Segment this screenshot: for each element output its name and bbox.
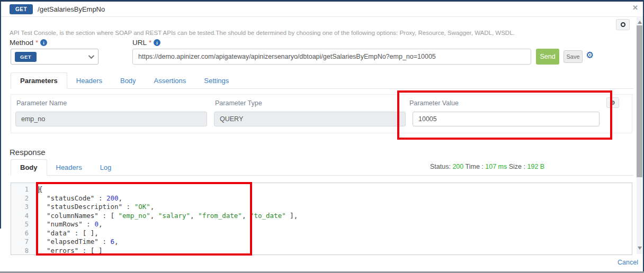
line-number: 5 bbox=[11, 220, 29, 229]
api-test-console-modal: GET /getSalariesByEmpNo ✕ API Test Conso… bbox=[0, 0, 644, 273]
time-value: 107 ms bbox=[485, 163, 507, 170]
tab-settings[interactable]: Settings bbox=[195, 73, 238, 88]
code-line: "data" : [ ], bbox=[39, 229, 632, 238]
gear-icon: ⚙ bbox=[610, 99, 615, 106]
save-button[interactable]: Save bbox=[564, 50, 583, 63]
response-json-code: { "statusCode" : 200, "statusDescription… bbox=[36, 183, 632, 254]
code-line: "errors" : [ ] bbox=[39, 247, 632, 256]
chevron-down-icon bbox=[88, 53, 94, 59]
code-line: { bbox=[39, 185, 632, 194]
code-line: "columnNames" : [ "emp_no", "salary", "f… bbox=[39, 212, 632, 221]
titlebar: GET /getSalariesByEmpNo bbox=[1, 2, 643, 17]
code-line: "numRows" : 0, bbox=[39, 220, 632, 229]
line-number: 4 bbox=[11, 212, 29, 221]
response-heading: Response bbox=[10, 148, 46, 157]
tab-response-log[interactable]: Log bbox=[91, 160, 121, 175]
line-number-gutter: 12345678 bbox=[11, 183, 36, 254]
scrollbar-down-arrow-icon[interactable] bbox=[638, 247, 642, 250]
gear-icon[interactable]: ⚙ bbox=[586, 51, 594, 60]
url-label: URL * i bbox=[132, 39, 160, 47]
method-badge: GET bbox=[10, 4, 33, 14]
parameters-panel: Parameter Name Parameter Type Parameter … bbox=[11, 94, 632, 133]
console-options-button[interactable] bbox=[616, 19, 630, 30]
line-number: 1 bbox=[11, 185, 29, 194]
send-button[interactable]: Send bbox=[536, 49, 559, 65]
tab-body[interactable]: Body bbox=[111, 73, 145, 88]
close-icon[interactable]: ✕ bbox=[632, 4, 638, 12]
line-number: 8 bbox=[11, 247, 29, 256]
method-select[interactable]: GET bbox=[11, 49, 99, 65]
status-value: 200 bbox=[452, 163, 463, 170]
size-label: Size : bbox=[509, 163, 525, 170]
parameter-options-button[interactable]: ⚙ bbox=[606, 97, 619, 108]
method-label: Method * i bbox=[10, 39, 47, 47]
parameter-value-input[interactable] bbox=[413, 112, 600, 126]
status-label: Status: bbox=[430, 163, 451, 170]
tab-headers[interactable]: Headers bbox=[67, 73, 111, 88]
console-description: API Test Console, is the section where S… bbox=[10, 30, 515, 36]
code-line: "statusCode" : 200, bbox=[39, 194, 632, 203]
tab-response-body[interactable]: Body bbox=[11, 159, 47, 176]
time-label: Time : bbox=[466, 163, 484, 170]
line-number: 3 bbox=[11, 203, 29, 212]
response-status-line: Status: 200 Time : 107 ms Size : 192 B bbox=[430, 163, 544, 170]
scrollbar-thumb[interactable] bbox=[637, 25, 642, 177]
parameter-type-field bbox=[214, 112, 406, 126]
method-badge: GET bbox=[15, 52, 37, 62]
line-number: 6 bbox=[11, 229, 29, 238]
line-number: 2 bbox=[11, 194, 29, 203]
scrollbar-up-arrow-icon[interactable] bbox=[638, 21, 642, 24]
parameter-name-field bbox=[15, 112, 207, 126]
required-mark: * bbox=[149, 39, 151, 47]
url-input[interactable] bbox=[132, 49, 531, 65]
ring-icon bbox=[621, 22, 625, 27]
response-body-editor[interactable]: 12345678 { "statusCode" : 200, "statusDe… bbox=[11, 183, 632, 255]
tab-response-headers[interactable]: Headers bbox=[47, 160, 91, 175]
cancel-button[interactable]: Cancel bbox=[618, 259, 638, 266]
tab-parameters[interactable]: Parameters bbox=[11, 72, 67, 89]
tab-assertions[interactable]: Assertions bbox=[145, 73, 195, 88]
request-tabs: Parameters Headers Body Assertions Setti… bbox=[11, 74, 633, 89]
column-header-parameter-value: Parameter Value bbox=[409, 99, 459, 107]
modal-left-edge bbox=[0, 0, 1, 229]
info-icon[interactable]: i bbox=[154, 39, 160, 46]
size-value: 192 B bbox=[527, 163, 545, 170]
column-header-parameter-type: Parameter Type bbox=[215, 99, 262, 107]
required-mark: * bbox=[35, 39, 38, 47]
code-line: "elapsedTime" : 6, bbox=[39, 238, 632, 247]
modal-title: /getSalariesByEmpNo bbox=[38, 5, 105, 13]
line-number: 7 bbox=[11, 238, 29, 247]
info-icon[interactable]: i bbox=[40, 39, 47, 46]
column-header-parameter-name: Parameter Name bbox=[16, 99, 67, 107]
code-line: "statusDescription" : "OK", bbox=[39, 203, 632, 212]
